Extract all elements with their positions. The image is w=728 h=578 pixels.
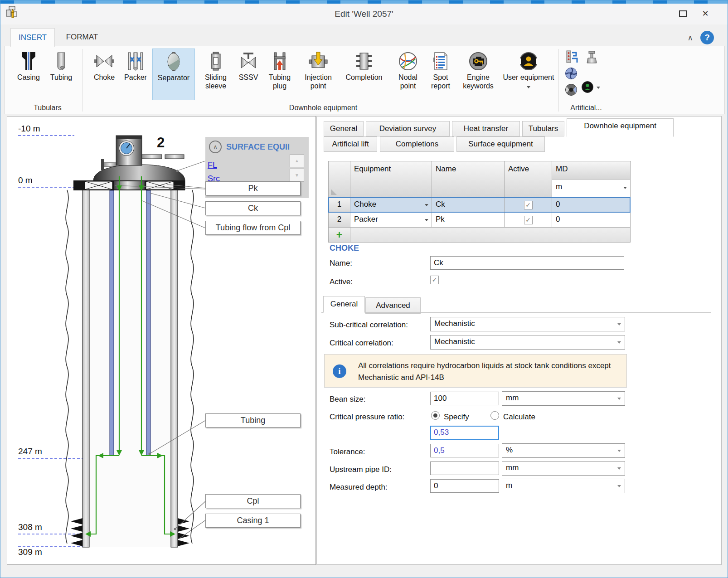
packer-button[interactable]: Packer (121, 49, 150, 100)
callout-ck[interactable]: Ck (205, 201, 301, 215)
ribbon: Casing Tubing Choke P (4, 46, 725, 114)
cpr-value-input[interactable]: 0,53 (430, 426, 499, 440)
depth-label: 309 m (18, 547, 42, 557)
md-cell[interactable]: 0 (552, 198, 631, 213)
subtab-divider (321, 312, 711, 313)
active-cell[interactable]: ✓ (505, 213, 552, 228)
checkbox-checked[interactable]: ✓ (524, 201, 533, 209)
dropdown-arrow-icon (425, 219, 428, 221)
equipment-name-cell[interactable]: Ck (432, 198, 505, 213)
help-button[interactable]: ? (700, 31, 714, 44)
column-header-name[interactable]: Name (432, 161, 505, 198)
tab-completions[interactable]: Completions (380, 136, 454, 152)
row-number[interactable]: 2 (329, 213, 350, 228)
depth-label: 0 m (18, 175, 33, 185)
tolerance-unit-combo[interactable]: % (502, 443, 625, 458)
dropdown-arrow-icon (617, 323, 621, 325)
tab-heat-transfer[interactable]: Heat transfer (452, 121, 520, 136)
collapse-panel-button[interactable]: ∧ (209, 141, 222, 153)
critical-combo[interactable]: Mechanistic (430, 335, 625, 350)
equipment-type-cell[interactable]: Choke (350, 198, 432, 213)
tolerance-label: Tolerance: (330, 447, 365, 457)
tab-surface-equipment[interactable]: Surface equipment (456, 136, 545, 152)
scroll-up-button[interactable]: ▲ (290, 154, 304, 167)
rod-pump-button[interactable] (586, 51, 598, 66)
sssv-button[interactable]: SSSV (235, 49, 262, 100)
engine-keywords-button[interactable]: Engine keywords (456, 49, 500, 100)
measured-depth-unit-combo[interactable]: m (502, 479, 625, 493)
subtab-advanced[interactable]: Advanced (365, 297, 421, 314)
gas-lift-icon (566, 50, 579, 63)
close-button[interactable]: ✕ (698, 7, 713, 20)
callout-casing1[interactable]: Casing 1 (205, 514, 301, 528)
column-header-equipment[interactable]: Equipment (350, 161, 432, 198)
casing-icon (19, 51, 39, 71)
row-number[interactable]: 1 (329, 198, 350, 213)
injection-point-button[interactable]: Injection point (298, 49, 338, 100)
callout-tubing-flow[interactable]: Tubing flow from Cpl (205, 221, 301, 235)
spot-report-button[interactable]: Spot report (426, 49, 455, 100)
group-label-tubulars: Tubulars (14, 104, 82, 112)
measured-depth-input[interactable] (430, 479, 499, 493)
column-header-md[interactable]: MD (552, 161, 631, 180)
callout-tubing[interactable]: Tubing (205, 413, 301, 427)
tab-general[interactable]: General (324, 121, 364, 136)
column-header-active[interactable]: Active (505, 161, 552, 198)
tubing-icon (51, 51, 71, 71)
radio-specify[interactable] (431, 411, 440, 420)
info-text: All correlations require hydrocarbon liq… (358, 360, 612, 384)
checkbox-checked[interactable]: ✓ (524, 216, 533, 224)
md-unit-combo[interactable]: m (552, 180, 631, 198)
table-corner-cell[interactable] (329, 161, 350, 198)
maximize-button[interactable] (675, 7, 690, 20)
casing-button[interactable]: Casing (14, 49, 44, 100)
group-divider (83, 49, 83, 112)
pcp-button[interactable] (565, 83, 578, 99)
tab-artificial-lift[interactable]: Artificial lift (324, 136, 377, 152)
subtab-general[interactable]: General (323, 296, 365, 313)
add-row-button[interactable]: + (329, 228, 350, 243)
separator-button[interactable]: Separator (152, 49, 195, 100)
tab-tubulars[interactable]: Tubulars (522, 121, 564, 136)
choke-button[interactable]: Choke (90, 49, 119, 100)
radio-calculate[interactable] (490, 411, 499, 420)
active-label: Active: (330, 277, 353, 287)
nodal-point-button[interactable]: Nodal point (392, 49, 424, 100)
esp-impeller-icon (565, 67, 578, 81)
title-bar[interactable]: Edit 'Well 2057' ✕ (0, 4, 728, 24)
tab-format[interactable]: FORMAT (58, 28, 106, 47)
esp-button[interactable] (565, 67, 578, 83)
sliding-sleeve-button[interactable]: Sliding sleeve (199, 49, 233, 100)
measured-depth-label: Measured depth: (330, 483, 388, 492)
upstream-unit-combo[interactable]: mm (502, 461, 625, 476)
tubing-plug-button[interactable]: Tubing plug (263, 49, 296, 100)
collapse-ribbon-icon[interactable]: ∧ (688, 33, 693, 43)
md-cell[interactable]: 0 (552, 213, 631, 228)
equipment-name-cell[interactable]: Pk (432, 213, 505, 228)
tolerance-input[interactable] (430, 444, 499, 457)
bean-size-input[interactable] (430, 392, 499, 405)
callout-pk[interactable]: Pk (205, 181, 301, 195)
tubing-button[interactable]: Tubing (46, 49, 76, 100)
choke-active-checkbox[interactable]: ✓ (430, 276, 439, 284)
gas-lift-button[interactable] (566, 50, 579, 65)
link-fl[interactable]: FL (208, 160, 217, 170)
cpr-label: Critical pressure ratio: (330, 413, 404, 422)
user-equipment-button[interactable]: User equipment (501, 49, 556, 100)
callout-cpl[interactable]: Cpl (205, 494, 301, 508)
surface-panel-title: SURFACE EQUII (226, 142, 290, 152)
upstream-label: Upstream pipe ID: (330, 465, 392, 474)
tab-deviation-survey[interactable]: Deviation survey (366, 121, 450, 136)
upstream-input[interactable] (430, 461, 499, 475)
scroll-down-button[interactable]: ▼ (290, 169, 304, 182)
tab-insert[interactable]: INSERT (10, 28, 55, 47)
active-cell[interactable]: ✓ (505, 198, 552, 213)
subcritical-combo[interactable]: Mechanistic (430, 317, 625, 331)
equipment-type-cell[interactable]: Packer (350, 213, 432, 228)
user-lift-button[interactable] (581, 81, 600, 94)
tab-downhole-equipment[interactable]: Downhole equipment (567, 118, 674, 137)
user-equipment-icon (519, 51, 539, 71)
completion-button[interactable]: Completion (340, 49, 388, 100)
choke-name-input[interactable] (430, 256, 624, 270)
bean-size-unit-combo[interactable]: mm (502, 391, 625, 406)
